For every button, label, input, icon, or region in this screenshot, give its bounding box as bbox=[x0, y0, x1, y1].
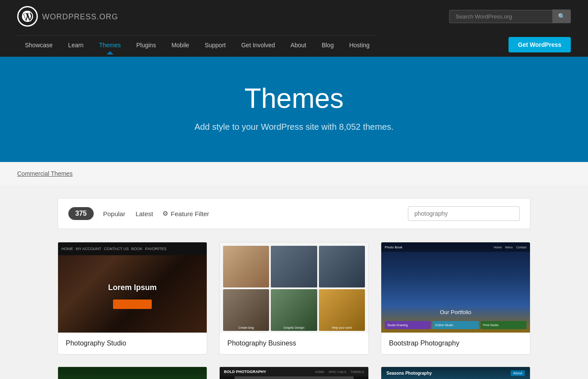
nav-wrapper: Showcase Learn Themes Plugins Mobile Sup… bbox=[17, 33, 571, 57]
theme-search-input[interactable] bbox=[408, 206, 520, 221]
feature-filter-button[interactable]: ⚙ Feature Filter bbox=[162, 210, 209, 217]
header-top: WordPress.ORG 🔍 bbox=[17, 0, 571, 33]
theme-name-photography-studio: Photography Studio bbox=[58, 333, 207, 354]
theme-card-bold-photography[interactable]: BOLD PHOTOGRAPHY HOME SPEC CIALS TRAVELS… bbox=[219, 367, 369, 379]
latest-filter-tab[interactable]: Latest bbox=[135, 208, 154, 219]
nav-item-blog[interactable]: Blog bbox=[314, 36, 341, 55]
theme-card-sunset-photography[interactable]: Seasons Photography About Sunset Photogr… bbox=[381, 367, 530, 379]
nav-item-themes[interactable]: Themes bbox=[91, 36, 129, 55]
logo-area[interactable]: WordPress.ORG bbox=[17, 6, 118, 27]
theme-card-bootstrap-photography[interactable]: Photo Book Home Menu Contact Studio Draw… bbox=[381, 242, 530, 355]
main-content: 375 Popular Latest ⚙ Feature Filter HOME… bbox=[49, 185, 539, 379]
theme-thumbnail-photography-studio: HOME MY ACCOUNT CONTACT US BOOK FAVORITE… bbox=[58, 242, 207, 333]
themes-toolbar: 375 Popular Latest ⚙ Feature Filter bbox=[58, 198, 530, 229]
get-wp-wrapper: Get WordPress bbox=[508, 33, 571, 57]
nav-item-about[interactable]: About bbox=[283, 36, 314, 55]
gear-icon: ⚙ bbox=[162, 210, 168, 217]
theme-card-photography-business[interactable]: Create blog Graphic Design Help your wor… bbox=[219, 242, 369, 355]
commercial-themes-link[interactable]: Commercial Themes bbox=[17, 170, 73, 177]
site-logo-text: WordPress.ORG bbox=[42, 11, 118, 22]
search-area: 🔍 bbox=[449, 9, 571, 23]
themes-count-badge: 375 bbox=[68, 207, 94, 220]
theme-name-bootstrap-photography: Bootstrap Photography bbox=[381, 333, 530, 354]
theme-card-photography-studio[interactable]: HOME MY ACCOUNT CONTACT US BOOK FAVORITE… bbox=[58, 242, 207, 355]
theme-card-online-photography[interactable]: Online Photography Just Another Blog The… bbox=[58, 367, 207, 379]
theme-name-photography-business: Photography Business bbox=[220, 333, 368, 354]
get-wordpress-button[interactable]: Get WordPress bbox=[508, 37, 571, 52]
nav-item-mobile[interactable]: Mobile bbox=[164, 36, 197, 55]
hero-section: Themes Add style to your WordPress site … bbox=[0, 57, 588, 162]
theme-thumbnail-bootstrap-photography: Photo Book Home Menu Contact Studio Draw… bbox=[381, 242, 530, 333]
hero-subtitle: Add style to your WordPress site with 8,… bbox=[9, 122, 579, 132]
nav-item-showcase[interactable]: Showcase bbox=[17, 36, 61, 55]
filter-bar: Commercial Themes bbox=[0, 162, 588, 185]
nav-item-support[interactable]: Support bbox=[197, 36, 233, 55]
nav-item-hosting[interactable]: Hosting bbox=[341, 36, 377, 55]
wordpress-logo-icon bbox=[17, 6, 38, 27]
search-input[interactable] bbox=[449, 10, 552, 23]
theme-thumbnail-bold-photography: BOLD PHOTOGRAPHY HOME SPEC CIALS TRAVELS bbox=[220, 367, 368, 379]
theme-thumbnail-photography-business: Create blog Graphic Design Help your wor… bbox=[220, 242, 368, 333]
nav-item-get-involved[interactable]: Get Involved bbox=[233, 36, 283, 55]
theme-thumbnail-online-photography: Online Photography Just Another Blog The… bbox=[58, 367, 207, 379]
nav-item-learn[interactable]: Learn bbox=[61, 36, 92, 55]
nav-item-plugins[interactable]: Plugins bbox=[129, 36, 164, 55]
search-button[interactable]: 🔍 bbox=[552, 9, 571, 23]
hero-title: Themes bbox=[9, 83, 579, 114]
header: WordPress.ORG 🔍 Showcase Learn Themes Pl… bbox=[0, 0, 588, 57]
main-nav: Showcase Learn Themes Plugins Mobile Sup… bbox=[17, 35, 377, 55]
popular-filter-tab[interactable]: Popular bbox=[102, 208, 126, 219]
themes-grid: HOME MY ACCOUNT CONTACT US BOOK FAVORITE… bbox=[58, 242, 530, 379]
theme-thumbnail-sunset-photography: Seasons Photography About bbox=[381, 367, 530, 379]
feature-filter-label: Feature Filter bbox=[171, 210, 209, 217]
